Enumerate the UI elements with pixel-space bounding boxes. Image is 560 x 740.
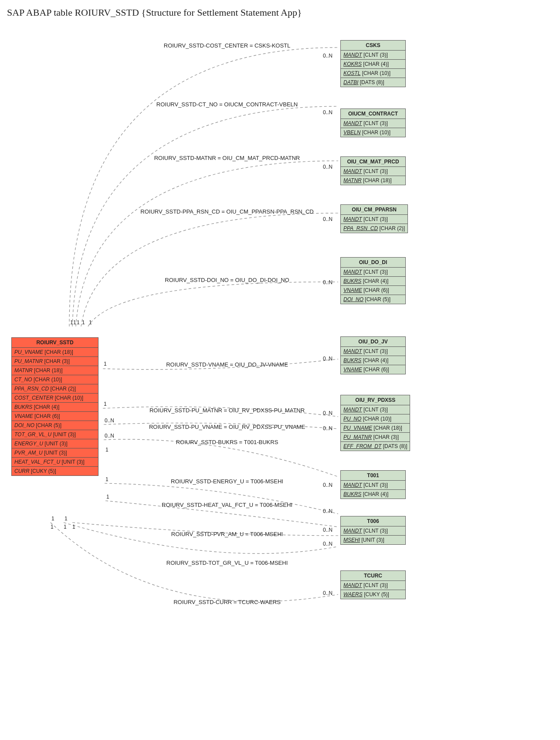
- field-name: MATNR: [14, 367, 33, 373]
- field-type: [CHAR (10)]: [360, 70, 390, 76]
- relation-label: ROIURV_SSTD-PPA_RSN_CD = OIU_CM_PPARSN-P…: [140, 208, 313, 215]
- relation-label: ROIURV_SSTD-TOT_GR_VL_U = T006-MSEHI: [166, 560, 288, 566]
- relation-label: ROIURV_SSTD-CT_NO = OIUCM_CONTRACT-VBELN: [156, 101, 298, 108]
- field-type: [UNIT (3)]: [360, 537, 384, 543]
- cardinality-src: 1: [51, 516, 54, 522]
- cardinality-dst: 0..N: [323, 482, 333, 488]
- table-row: KOSTL [CHAR (10)]: [341, 69, 405, 78]
- table-row: KOKRS [CHAR (4)]: [341, 60, 405, 69]
- field-type: [CHAR (6)]: [362, 287, 389, 293]
- table-header: ROIURV_SSTD: [12, 338, 98, 348]
- relation-label: ROIURV_SSTD-MATNR = OIU_CM_MAT_PRCD-MATN…: [154, 155, 300, 161]
- field-type: [CHAR (2)]: [378, 225, 405, 231]
- field-name: PPA_RSN_CD: [343, 225, 378, 231]
- table-header: CSKS: [341, 41, 405, 51]
- cardinality-src: 1: [104, 361, 107, 367]
- field-type: [CHAR (10)]: [360, 129, 390, 136]
- table-header: T001: [341, 471, 405, 481]
- field-name: PVR_AM_U: [14, 450, 43, 456]
- relation-label: ROIURV_SSTD-COST_CENTER = CSKS-KOSTL: [164, 42, 291, 49]
- diagram-canvas: ROIURV_SSTDPU_VNAME [CHAR (18)]PU_MATNR …: [7, 24, 553, 738]
- cardinality-src: 1: [105, 476, 109, 482]
- table-row: BUKRS [CHAR (4)]: [12, 403, 98, 412]
- cardinality-dst: 0..N: [323, 508, 333, 514]
- main-table-roiurv_sstd: ROIURV_SSTDPU_VNAME [CHAR (18)]PU_MATNR …: [11, 337, 98, 476]
- ref-table-oiu_do_jv: OIU_DO_JVMANDT [CLNT (3)]BUKRS [CHAR (4)…: [340, 336, 406, 374]
- table-row: MANDT [CLNT (3)]: [341, 167, 405, 176]
- field-type: [CHAR (10)]: [53, 395, 83, 401]
- field-name: BUKRS: [343, 357, 361, 363]
- table-row: MANDT [CLNT (3)]: [341, 119, 405, 128]
- table-row: PU_VNAME [CHAR (18)]: [341, 424, 410, 433]
- table-row: EFF_FROM_DT [DATS (8)]: [341, 442, 410, 451]
- table-row: MANDT [CLNT (3)]: [341, 526, 405, 536]
- field-name: EFF_FROM_DT: [343, 443, 381, 449]
- table-row: MSEHI [UNIT (3)]: [341, 536, 405, 544]
- field-name: MANDT: [343, 482, 362, 488]
- field-name: BUKRS: [343, 491, 361, 497]
- relation-connector: [81, 213, 338, 326]
- table-header: T006: [341, 516, 405, 526]
- field-type: [CHAR (18)]: [33, 367, 63, 373]
- field-type: [CHAR (3)]: [372, 434, 399, 440]
- field-type: [UNIT (3)]: [43, 441, 68, 447]
- field-type: [CHAR (4)]: [362, 61, 389, 67]
- relation-connector: [64, 523, 338, 553]
- field-name: MANDT: [343, 407, 362, 413]
- table-row: MANDT [CLNT (3)]: [341, 347, 405, 356]
- table-row: PU_MATNR [CHAR (3)]: [12, 357, 98, 366]
- cardinality-src: 1: [106, 494, 109, 500]
- field-name: MATNR: [343, 177, 362, 183]
- field-type: [CHAR (10)]: [32, 377, 62, 383]
- table-row: PVR_AM_U [UNIT (3)]: [12, 448, 98, 458]
- cardinality-dst: 0..N: [323, 356, 333, 362]
- field-type: [CUKY (5)]: [30, 468, 56, 474]
- field-name: DOI_NO: [14, 422, 34, 428]
- field-name: MANDT: [343, 168, 362, 174]
- field-name: BUKRS: [14, 404, 32, 410]
- field-type: [CHAR (6)]: [362, 367, 389, 373]
- ref-table-t001: T001MANDT [CLNT (3)]BUKRS [CHAR (4)]: [340, 470, 406, 499]
- field-name: TOT_GR_VL_U: [14, 431, 51, 438]
- table-row: DOI_NO [CHAR (5)]: [12, 421, 98, 430]
- field-name: WAERS: [343, 591, 363, 597]
- table-row: CURR [CUKY (5)]: [12, 467, 98, 475]
- table-row: CT_NO [CHAR (10)]: [12, 375, 98, 384]
- field-type: [DATS (8)]: [381, 443, 407, 449]
- field-type: [UNIT (3)]: [60, 459, 85, 465]
- cardinality-dst: 0..N: [323, 164, 333, 170]
- field-type: [CHAR (5)]: [363, 296, 390, 302]
- table-row: MANDT [CLNT (3)]: [341, 405, 410, 414]
- table-row: MANDT [CLNT (3)]: [341, 581, 405, 590]
- table-header: OIU_CM_MAT_PRCD: [341, 157, 405, 167]
- field-type: [UNIT (3)]: [51, 431, 76, 438]
- cardinality-dst: 0..N: [323, 590, 333, 596]
- field-name: PU_VNAME: [343, 425, 372, 431]
- cardinality-src: 1: [89, 319, 92, 326]
- field-type: [CHAR (4)]: [32, 404, 59, 410]
- table-row: MANDT [CLNT (3)]: [341, 51, 405, 60]
- table-row: BUKRS [CHAR (4)]: [341, 356, 405, 365]
- relation-connector: [88, 282, 338, 326]
- table-header: TCURC: [341, 571, 405, 581]
- table-row: PU_NO [CHAR (10)]: [341, 414, 410, 424]
- table-row: DOI_NO [CHAR (5)]: [341, 295, 405, 304]
- table-row: VNAME [CHAR (6)]: [12, 412, 98, 421]
- table-row: MANDT [CLNT (3)]: [341, 268, 405, 277]
- page-title: SAP ABAP table ROIURV_SSTD {Structure fo…: [7, 7, 553, 18]
- field-type: [CHAR (10)]: [361, 416, 391, 422]
- field-type: [CLNT (3)]: [362, 582, 388, 588]
- field-name: CT_NO: [14, 377, 32, 383]
- field-type: [CHAR (6)]: [33, 413, 60, 419]
- cardinality-dst: 0..N: [323, 541, 333, 547]
- field-name: MANDT: [343, 582, 362, 588]
- field-name: VNAME: [343, 367, 362, 373]
- cardinality-src: 1: [104, 401, 107, 407]
- table-row: PPA_RSN_CD [CHAR (2)]: [341, 224, 407, 233]
- cardinality-dst: 0..N: [323, 425, 333, 431]
- field-name: MANDT: [343, 216, 362, 222]
- relation-label: ROIURV_SSTD-PVR_AM_U = T006-MSEHI: [171, 531, 283, 537]
- table-header: OIUCM_CONTRACT: [341, 109, 405, 119]
- field-name: KOSTL: [343, 70, 360, 76]
- field-name: DOI_NO: [343, 296, 363, 302]
